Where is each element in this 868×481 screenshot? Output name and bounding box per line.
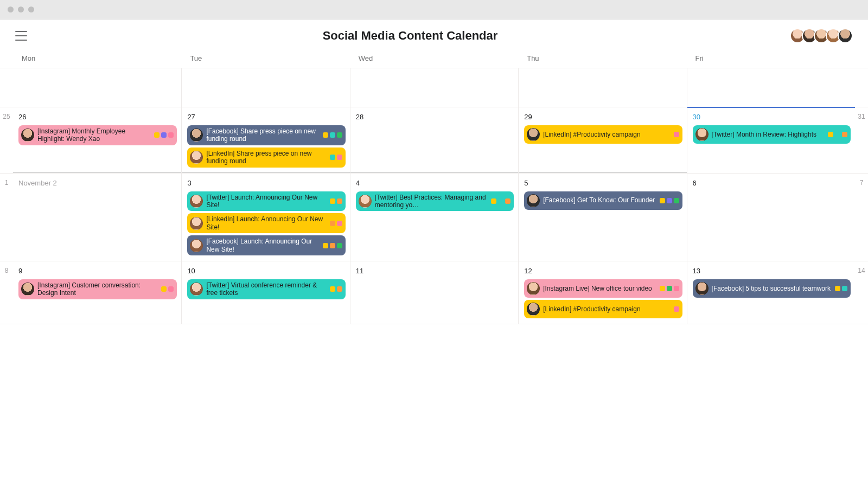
traffic-light-min[interactable]: [18, 7, 24, 12]
calendar-event[interactable]: [Facebook] 5 tips to successful teamwork: [693, 279, 851, 298]
event-title: [LinkedIn] Launch: Announcing Our New Si…: [206, 215, 326, 231]
calendar-cell[interactable]: 27[Facebook] Share press piece on new fu…: [181, 107, 349, 173]
traffic-light-max[interactable]: [28, 7, 34, 12]
tag-swatch: [660, 286, 665, 291]
collaborator-avatars[interactable]: [793, 28, 853, 43]
calendar-cell[interactable]: [13, 68, 181, 107]
date-label: 3: [187, 179, 345, 187]
calendar-cell[interactable]: [687, 68, 855, 107]
tag-swatch: [337, 286, 342, 292]
event-tags: [330, 286, 342, 292]
calendar-cell[interactable]: [350, 68, 518, 107]
calendar-cell[interactable]: November 2: [13, 174, 181, 261]
week-gutter-left: 8: [0, 261, 13, 324]
calendar-event[interactable]: [LinkedIn] #Productivity campaign: [524, 125, 682, 144]
week-gutter-left: [0, 68, 13, 107]
avatar: [190, 217, 203, 230]
event-title: [Facebook] Share press piece on new fund…: [206, 127, 319, 143]
tag-swatch: [660, 198, 665, 203]
event-tags: [674, 132, 679, 137]
calendar-cell[interactable]: 29[LinkedIn] #Productivity campaign: [518, 107, 686, 173]
dow-label: Tue: [181, 54, 349, 62]
traffic-light-close[interactable]: [8, 7, 14, 12]
event-title: [LinkedIn] #Productivity campaign: [543, 131, 670, 138]
event-title: [Twitter] Best Practices: Managing and m…: [375, 194, 488, 209]
calendar-cell[interactable]: 12[Instagram Live] New office tour video…: [518, 261, 686, 324]
week-gutter-left: 1: [0, 174, 13, 261]
calendar-event[interactable]: [Twitter] Month in Review: Highlights: [693, 125, 851, 144]
calendar-cell[interactable]: 26[Instagram] Monthly Employee Highlight…: [13, 107, 181, 173]
calendar-week: 1November 23[Twitter] Launch: Announcing…: [0, 174, 868, 261]
calendar-week: 89[Instagram] Customer conversation: Des…: [0, 261, 868, 324]
event-tags: [323, 132, 342, 138]
avatar: [190, 151, 203, 164]
tag-swatch: [337, 132, 342, 138]
week-gutter-right: 7: [855, 174, 868, 261]
calendar-cell[interactable]: 13[Facebook] 5 tips to successful teamwo…: [687, 261, 855, 324]
avatar: [695, 282, 709, 295]
calendar-cell[interactable]: [181, 68, 349, 107]
calendar-cell[interactable]: 11: [350, 261, 518, 324]
tag-swatch: [337, 221, 342, 226]
calendar-event[interactable]: [Facebook] Share press piece on new fund…: [187, 125, 345, 145]
calendar-week: 2526[Instagram] Monthly Employee Highlig…: [0, 107, 868, 174]
toolbar: Social Media Content Calendar: [0, 20, 868, 51]
tag-swatch: [337, 243, 342, 248]
tag-swatch: [674, 132, 679, 137]
date-label: 4: [356, 179, 514, 187]
date-label: 30: [693, 113, 851, 121]
event-tags: [660, 286, 679, 291]
tag-swatch: [161, 132, 167, 138]
calendar-cell[interactable]: 30[Twitter] Month in Review: Highlights: [687, 107, 855, 173]
dow-label: Fri: [687, 54, 855, 62]
tag-swatch: [828, 132, 833, 137]
calendar-event[interactable]: [Instagram] Monthly Employee Highlight: …: [18, 125, 177, 145]
calendar-event[interactable]: [LinkedIn] #Productivity campaign: [524, 300, 682, 318]
calendar-event[interactable]: [Facebook] Get To Know: Our Founder: [524, 191, 682, 210]
tag-swatch: [667, 286, 672, 291]
calendar-event[interactable]: [Instagram Live] New office tour video: [524, 279, 682, 298]
calendar-cell[interactable]: 28: [350, 107, 518, 173]
calendar-event[interactable]: [Twitter] Launch: Announcing Our New Sit…: [187, 191, 345, 211]
calendar-event[interactable]: [Twitter] Virtual conference reminder & …: [187, 279, 345, 299]
calendar-cell[interactable]: 10[Twitter] Virtual conference reminder …: [181, 261, 349, 324]
calendar-cell[interactable]: 4[Twitter] Best Practices: Managing and …: [350, 174, 518, 261]
event-title: [Instagram] Customer conversation: Desig…: [37, 281, 158, 297]
calendar-cell[interactable]: 5[Facebook] Get To Know: Our Founder: [518, 174, 686, 261]
avatar: [190, 129, 203, 142]
tag-swatch: [330, 221, 335, 226]
calendar-cell[interactable]: [518, 68, 686, 107]
tag-swatch: [330, 243, 335, 248]
page-title: Social Media Content Calendar: [27, 29, 793, 43]
date-label: 12: [524, 267, 682, 275]
calendar-event[interactable]: [Instagram] Customer conversation: Desig…: [18, 279, 177, 299]
dow-label: Mon: [13, 54, 181, 62]
calendar-event[interactable]: [LinkedIn] Share press piece on new fund…: [187, 147, 345, 168]
event-tags: [330, 221, 342, 226]
tag-swatch: [161, 286, 167, 292]
calendar-cell[interactable]: 6: [687, 174, 855, 261]
tag-swatch: [667, 198, 672, 203]
event-title: [Twitter] Virtual conference reminder & …: [206, 281, 326, 297]
avatar[interactable]: [838, 28, 853, 43]
tag-swatch: [842, 132, 847, 137]
calendar-event[interactable]: [Facebook] Launch: Announcing Our New Si…: [187, 235, 345, 255]
calendar-cell[interactable]: 9[Instagram] Customer conversation: Desi…: [13, 261, 181, 324]
avatar: [695, 128, 709, 141]
calendar-cell[interactable]: 3[Twitter] Launch: Announcing Our New Si…: [181, 174, 349, 261]
avatar: [21, 283, 34, 296]
tag-swatch: [330, 132, 335, 138]
event-tags: [828, 132, 847, 137]
calendar-event[interactable]: [LinkedIn] Launch: Announcing Our New Si…: [187, 213, 345, 233]
week-gutter-left: 25: [0, 107, 13, 173]
event-tags: [330, 198, 342, 204]
avatar: [359, 195, 372, 208]
event-tags: [491, 198, 510, 204]
calendar-event[interactable]: [Twitter] Best Practices: Managing and m…: [356, 191, 514, 211]
dow-label: Wed: [350, 54, 518, 62]
avatar: [527, 128, 540, 141]
event-title: [Facebook] Get To Know: Our Founder: [543, 196, 656, 204]
menu-icon[interactable]: [15, 31, 27, 41]
tag-swatch: [168, 132, 174, 138]
date-label: 5: [524, 179, 682, 187]
